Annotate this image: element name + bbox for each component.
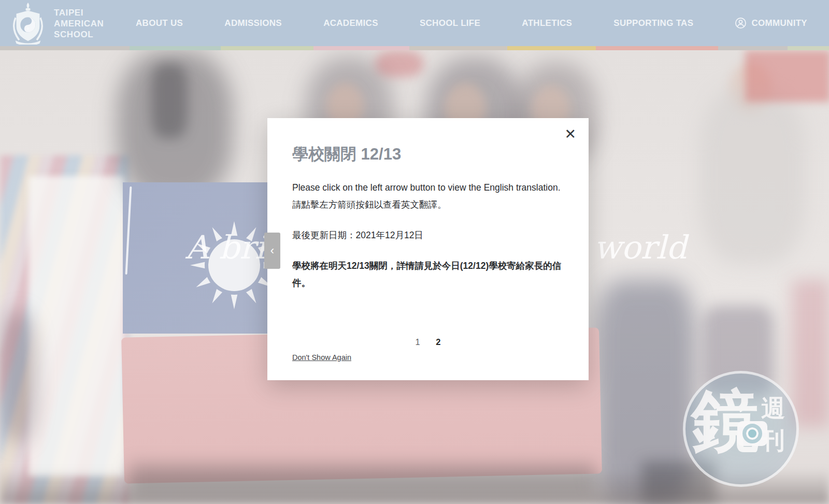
hero-tagline-right-fragment: world	[594, 228, 687, 266]
red-banner-fragment	[745, 50, 829, 102]
white-fabric-band	[28, 176, 124, 477]
nav-item-academics[interactable]: ACADEMICS	[323, 18, 378, 28]
active-nav-underline-strip	[0, 46, 829, 50]
watermark-char-week: 週	[761, 396, 785, 420]
school-name: TAIPEI AMERICAN SCHOOL	[54, 7, 104, 40]
person-icon	[735, 17, 747, 29]
nav-label: SCHOOL LIFE	[420, 18, 480, 28]
nav-label: ADMISSIONS	[224, 18, 282, 28]
site-header: TAIPEI AMERICAN SCHOOL ABOUT US ADMISSIO…	[0, 0, 829, 46]
nav-label: ATHLETICS	[522, 18, 572, 28]
dialog-intro-text: Please click on the left arrow button to…	[292, 179, 564, 213]
nav-label: SUPPORTING TAS	[613, 18, 693, 28]
dialog-updated-date: 最後更新日期：2021年12月12日	[292, 227, 564, 244]
camera-icon	[737, 421, 767, 446]
student-silhouette	[376, 50, 423, 77]
camera-lens-icon	[742, 424, 762, 443]
nav-item-athletics[interactable]: ATHLETICS	[522, 18, 572, 28]
student-silhouette	[0, 311, 37, 443]
previous-slide-button[interactable]: ‹	[264, 233, 280, 269]
nav-item-supporting-tas[interactable]: SUPPORTING TAS	[613, 18, 693, 28]
announcement-dialog: ✕ 學校關閉 12/13 Please click on the left ar…	[267, 118, 589, 380]
school-name-line: TAIPEI	[54, 7, 104, 18]
nav-label: COMMUNITY	[751, 18, 807, 28]
student-silhouette	[151, 63, 188, 138]
student-silhouette	[699, 88, 806, 264]
chevron-left-icon: ‹	[270, 244, 274, 257]
pagination: 1 2	[267, 337, 589, 347]
student-silhouette	[792, 280, 829, 427]
close-icon[interactable]: ✕	[564, 127, 576, 141]
dialog-body-text: 學校將在明天12/13關閉，詳情請見於今日(12/12)學校寄給家長的信件。	[292, 257, 564, 292]
school-crest-icon	[11, 2, 45, 45]
nav-item-community[interactable]: COMMUNITY	[735, 17, 807, 29]
nav-label: ACADEMICS	[323, 18, 378, 28]
mirror-media-watermark: 鏡 週 刊	[683, 371, 799, 487]
school-logo[interactable]: TAIPEI AMERICAN SCHOOL	[11, 2, 104, 45]
main-nav: ABOUT US ADMISSIONS ACADEMICS SCHOOL LIF…	[136, 0, 807, 46]
school-name-line: SCHOOL	[54, 29, 104, 40]
nav-label: ABOUT US	[136, 18, 183, 28]
school-name-line: AMERICAN	[54, 18, 104, 29]
nav-item-school-life[interactable]: SCHOOL LIFE	[420, 18, 480, 28]
nav-item-about-us[interactable]: ABOUT US	[136, 18, 183, 28]
nav-item-admissions[interactable]: ADMISSIONS	[224, 18, 282, 28]
pagination-page-2-current[interactable]: 2	[436, 337, 440, 347]
dont-show-again-link[interactable]: Don't Show Again	[292, 353, 351, 362]
dialog-title: 學校關閉 12/13	[292, 144, 564, 165]
pagination-page-1[interactable]: 1	[416, 337, 420, 347]
